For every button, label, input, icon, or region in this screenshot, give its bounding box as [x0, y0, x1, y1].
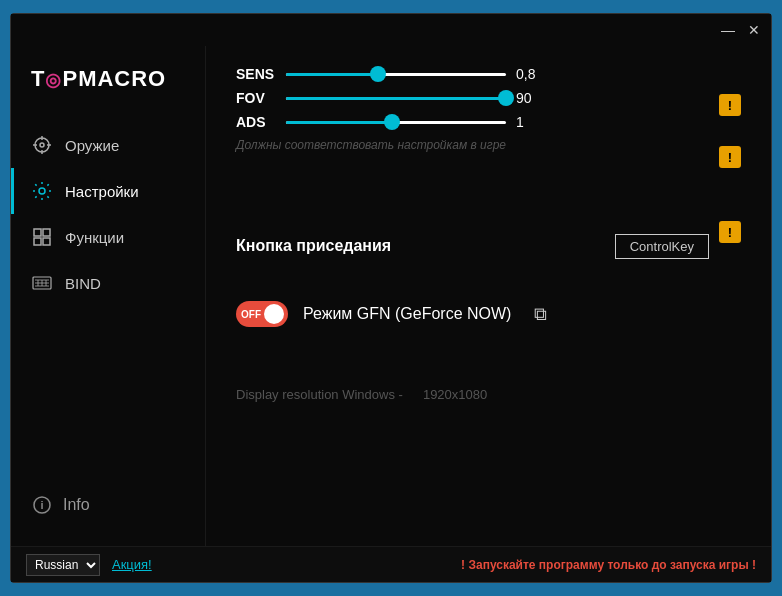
logo-text: T◎PMACRO: [31, 66, 166, 92]
crouch-label: Кнопка приседания: [236, 237, 391, 255]
main-window: — ✕ T◎PMACRO: [10, 13, 772, 583]
sidebar-bottom: i Info: [11, 474, 205, 536]
external-link-icon[interactable]: ⧉: [534, 304, 547, 325]
ads-slider-row: ADS 1: [236, 114, 709, 130]
sidebar-item-functions[interactable]: Функции: [11, 214, 205, 260]
fov-info-button[interactable]: !: [719, 94, 741, 116]
svg-rect-10: [43, 238, 50, 245]
resolution-value: 1920x1080: [423, 387, 487, 402]
gfn-toggle[interactable]: OFF: [236, 301, 288, 327]
title-bar: — ✕: [11, 14, 771, 46]
ads-info-button[interactable]: !: [719, 146, 741, 168]
svg-point-6: [39, 188, 45, 194]
ads-value: 1: [516, 114, 551, 130]
sidebar-item-functions-label: Функции: [65, 229, 124, 246]
action-link[interactable]: Акция!: [112, 557, 152, 572]
crosshair-icon: [31, 134, 53, 156]
sidebar-item-settings[interactable]: Настройки: [11, 168, 205, 214]
grid-icon: [31, 226, 53, 248]
fov-value: 90: [516, 90, 551, 106]
crouch-key-button[interactable]: ControlKey: [615, 234, 709, 259]
warning-text: ! Запускайте программу только до запуска…: [461, 558, 756, 572]
sidebar-item-bind-label: BIND: [65, 275, 101, 292]
crouch-section: Кнопка приседания ControlKey !: [236, 221, 741, 271]
gfn-label: Режим GFN (GeForce NOW): [303, 305, 511, 323]
info-label: Info: [63, 496, 90, 514]
language-selector[interactable]: Russian: [26, 554, 100, 576]
sliders-with-info: SENS 0,8 FOV 90: [236, 66, 741, 196]
svg-rect-7: [34, 229, 41, 236]
gear-icon: [31, 180, 53, 202]
toggle-label: OFF: [241, 309, 261, 320]
content-area: SENS 0,8 FOV 90: [206, 46, 771, 546]
keyboard-icon: [31, 272, 53, 294]
crouch-info-button[interactable]: !: [719, 221, 741, 243]
sliders-inner: SENS 0,8 FOV 90: [236, 66, 709, 152]
title-bar-controls: — ✕: [719, 21, 763, 39]
sens-value: 0,8: [516, 66, 551, 82]
minimize-button[interactable]: —: [719, 21, 737, 39]
info-icon: i: [31, 494, 53, 516]
fov-slider[interactable]: [286, 97, 506, 100]
svg-point-1: [40, 143, 44, 147]
svg-text:i: i: [40, 499, 43, 511]
fov-label: FOV: [236, 90, 276, 106]
gfn-section: OFF Режим GFN (GeForce NOW) ⧉: [236, 301, 741, 327]
sens-slider-row: SENS 0,8: [236, 66, 709, 82]
resolution-label: Display resolution Windows -: [236, 387, 403, 402]
sens-slider[interactable]: [286, 73, 506, 76]
ads-slider[interactable]: [286, 121, 506, 124]
logo: T◎PMACRO: [11, 56, 205, 122]
main-layout: T◎PMACRO Оружие: [11, 46, 771, 546]
fov-slider-row: FOV 90: [236, 90, 709, 106]
sidebar-item-weapon-label: Оружие: [65, 137, 119, 154]
bottom-bar: Russian Акция! ! Запускайте программу то…: [11, 546, 771, 582]
close-button[interactable]: ✕: [745, 21, 763, 39]
resolution-section: Display resolution Windows - 1920x1080: [236, 387, 741, 402]
sidebar-item-weapon[interactable]: Оружие: [11, 122, 205, 168]
info-item[interactable]: i Info: [11, 484, 205, 526]
svg-rect-9: [34, 238, 41, 245]
sliders-note: Должны соответствовать настройкам в игре: [236, 138, 709, 152]
sens-label: SENS: [236, 66, 276, 82]
svg-rect-8: [43, 229, 50, 236]
sidebar: T◎PMACRO Оружие: [11, 46, 206, 546]
sidebar-item-bind[interactable]: BIND: [11, 260, 205, 306]
svg-point-0: [35, 138, 49, 152]
ads-label: ADS: [236, 114, 276, 130]
toggle-knob: [264, 304, 284, 324]
sidebar-item-settings-label: Настройки: [65, 183, 139, 200]
right-info-icons: ! !: [719, 66, 741, 196]
